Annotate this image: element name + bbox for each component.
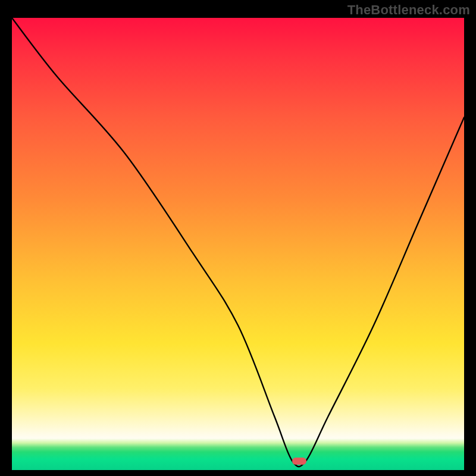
optimum-marker	[292, 458, 306, 465]
plot-area	[12, 18, 464, 470]
chart-frame: TheBottleneck.com	[0, 0, 476, 476]
bottleneck-curve	[12, 18, 464, 470]
watermark-text: TheBottleneck.com	[347, 2, 470, 18]
